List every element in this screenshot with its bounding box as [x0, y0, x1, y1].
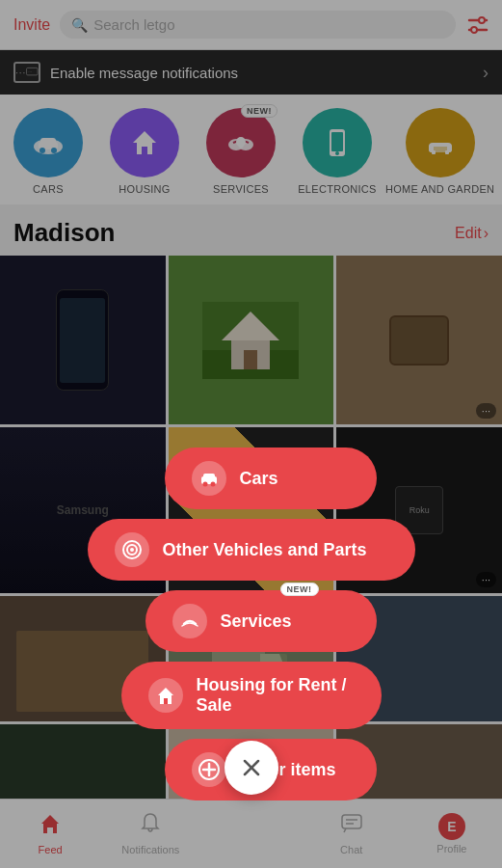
services-new-badge: NEW!	[280, 583, 319, 596]
popup-services-label: Services	[221, 611, 292, 632]
svg-rect-39	[203, 474, 215, 479]
svg-point-41	[210, 482, 215, 487]
popup-cars[interactable]: Cars	[165, 448, 377, 509]
popup-services[interactable]: NEW! Services	[145, 590, 377, 652]
svg-point-40	[202, 482, 207, 487]
car-popup-icon	[198, 468, 220, 489]
handshake-popup-icon	[179, 610, 200, 632]
popup-housing-icon	[148, 678, 183, 713]
popup-housing-label: Housing for Rent / Sale	[197, 675, 355, 716]
close-fab[interactable]	[225, 741, 278, 795]
popup-other-icon	[192, 752, 226, 787]
popup-housing[interactable]: Housing for Rent / Sale	[121, 662, 382, 729]
svg-rect-47	[164, 698, 168, 704]
svg-marker-45	[158, 688, 173, 695]
svg-point-44	[130, 548, 134, 552]
house-popup-icon	[155, 685, 176, 706]
popup-vehicles[interactable]: Other Vehicles and Parts	[88, 519, 415, 581]
vehicles-popup-icon	[121, 539, 143, 560]
popup-vehicles-label: Other Vehicles and Parts	[163, 540, 367, 560]
popup-cars-label: Cars	[240, 469, 278, 489]
plus-popup-icon	[198, 759, 220, 780]
popup-cars-icon	[192, 461, 226, 496]
popup-services-icon	[172, 604, 207, 638]
popup-vehicles-icon	[115, 532, 149, 567]
close-icon	[240, 756, 263, 779]
